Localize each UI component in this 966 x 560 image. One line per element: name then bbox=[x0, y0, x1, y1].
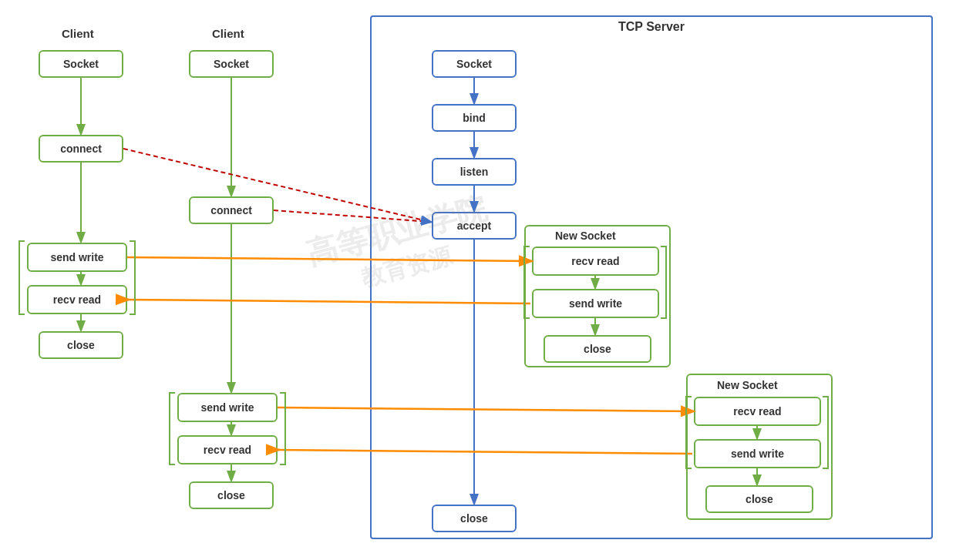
server-close: close bbox=[432, 505, 517, 532]
new-socket1-recv-read: recv read bbox=[532, 246, 659, 276]
new-socket1-send-write: send write bbox=[532, 289, 659, 318]
server-accept: accept bbox=[432, 212, 517, 240]
new-socket2-label: New Socket bbox=[717, 379, 778, 391]
client2-socket: Socket bbox=[189, 50, 274, 78]
new-socket2-send-write: send write bbox=[694, 439, 821, 468]
client2-close: close bbox=[189, 481, 274, 509]
new-socket1-close: close bbox=[544, 335, 651, 363]
client1-socket: Socket bbox=[39, 50, 123, 78]
diagram-container: TCP Server Client Client Socket connect … bbox=[15, 15, 951, 547]
client1-send-write: send write bbox=[27, 243, 127, 272]
server-bind: bind bbox=[432, 104, 517, 132]
client1-connect: connect bbox=[39, 135, 123, 163]
client2-connect: connect bbox=[189, 196, 274, 224]
client1-recv-read: recv read bbox=[27, 285, 127, 314]
new-socket2-recv-read: recv read bbox=[694, 397, 821, 426]
client2-recv-read: recv read bbox=[177, 435, 278, 464]
tcp-server-label: TCP Server bbox=[370, 15, 933, 34]
new-socket2-close: close bbox=[705, 485, 813, 513]
client1-label: Client bbox=[62, 27, 94, 40]
client2-label: Client bbox=[212, 27, 244, 40]
server-listen: listen bbox=[432, 158, 517, 186]
new-socket1-label: New Socket bbox=[555, 230, 616, 242]
server-socket: Socket bbox=[432, 50, 517, 78]
client1-close: close bbox=[39, 331, 123, 359]
client2-send-write: send write bbox=[177, 393, 278, 422]
